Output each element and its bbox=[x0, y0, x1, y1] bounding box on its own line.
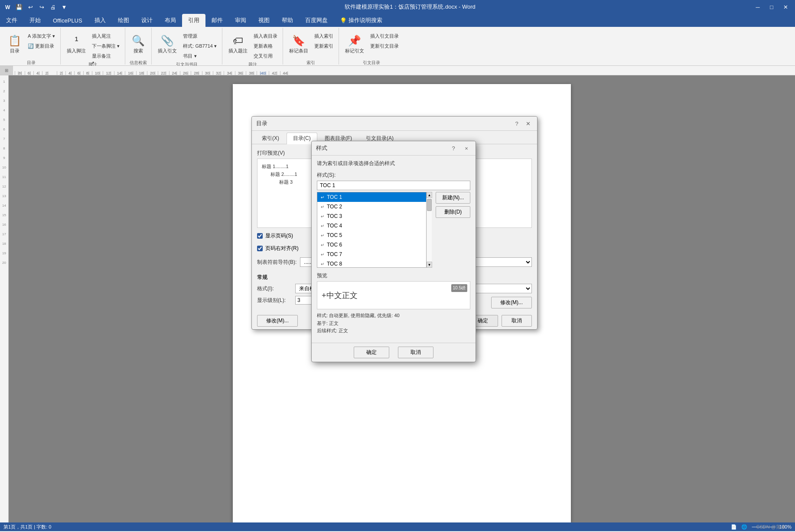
maximize-button[interactable]: □ bbox=[766, 1, 778, 13]
customize-icon[interactable]: ▼ bbox=[60, 3, 68, 11]
close-button[interactable]: ✕ bbox=[779, 1, 792, 13]
svg-text:W: W bbox=[5, 4, 10, 10]
toc-help-button[interactable]: ? bbox=[512, 119, 521, 128]
toc-right-modify-button[interactable]: 修改(M)... bbox=[491, 297, 532, 308]
style-item-toc1[interactable]: ↵ TOC 1 bbox=[317, 192, 432, 202]
group-toa-items: 📌 标记引文 插入引文目录 更新引文目录 bbox=[342, 29, 401, 59]
mark-entry-button[interactable]: 🔖 标记条目 bbox=[287, 29, 311, 59]
next-footnote-button[interactable]: 下一条脚注 ▾ bbox=[90, 41, 121, 51]
style-button[interactable]: 样式: GB7714 ▾ bbox=[181, 41, 218, 51]
style-item-toc6[interactable]: ↵ TOC 6 bbox=[317, 240, 432, 250]
toc-modify-button[interactable]: 修改(M)... bbox=[257, 315, 298, 327]
tab-draw[interactable]: 绘图 bbox=[112, 14, 135, 27]
style-name-input[interactable] bbox=[317, 181, 470, 190]
footnote-expand[interactable]: ↗ bbox=[91, 61, 94, 65]
cross-reference-button[interactable]: 交叉引用 bbox=[252, 51, 279, 61]
style-ok-button[interactable]: 确定 bbox=[354, 347, 389, 358]
group-captions: 🏷 插入题注 插入表目录 更新表格 交叉引用 题注 bbox=[222, 28, 283, 65]
scroll-thumb[interactable] bbox=[427, 199, 432, 211]
redo-icon[interactable]: ↪ bbox=[37, 3, 46, 11]
search-button[interactable]: 🔍 搜索 bbox=[129, 29, 148, 59]
scroll-track bbox=[427, 198, 432, 262]
toc-button[interactable]: 📋 目录 bbox=[5, 29, 24, 59]
view-mode-web[interactable]: 🌐 bbox=[741, 524, 747, 530]
toc5-arrow: ↵ bbox=[321, 233, 324, 238]
update-table-button[interactable]: 更新表格 bbox=[252, 41, 279, 51]
delete-style-button[interactable]: 删除(D) bbox=[436, 206, 470, 218]
view-mode-print[interactable]: 📄 bbox=[731, 524, 737, 530]
tab-index[interactable]: 索引(X) bbox=[255, 133, 286, 144]
add-text-button[interactable]: A 添加文字 ▾ bbox=[26, 31, 57, 41]
group-toa-label: 引文目录 bbox=[363, 59, 380, 66]
tab-review[interactable]: 审阅 bbox=[229, 14, 252, 27]
manage-sources-button[interactable]: 管理源 bbox=[181, 31, 218, 41]
insert-toa-button[interactable]: 插入引文目录 bbox=[368, 31, 401, 41]
update-index-button[interactable]: 更新索引 bbox=[313, 41, 335, 51]
style-item-toc3[interactable]: ↵ TOC 3 bbox=[317, 211, 432, 221]
lightbulb-icon: 💡 bbox=[340, 17, 347, 24]
group-index-label: 索引 bbox=[306, 59, 315, 66]
tab-references[interactable]: 引用 bbox=[182, 14, 205, 27]
style-list-scrollbar[interactable]: ▲ ▼ bbox=[426, 192, 432, 268]
toc8-label: TOC 8 bbox=[327, 261, 342, 267]
update-toa-button[interactable]: 更新引文目录 bbox=[368, 41, 401, 51]
style-item-toc5[interactable]: ↵ TOC 5 bbox=[317, 230, 432, 240]
toc4-arrow: ↵ bbox=[321, 224, 324, 228]
style-list[interactable]: ↵ TOC 1 ↵ TOC 2 ↵ TOC 3 ↵ bbox=[317, 192, 432, 268]
print-icon[interactable]: 🖨 bbox=[49, 3, 57, 11]
toc1-arrow: ↵ bbox=[321, 195, 324, 200]
save-icon[interactable]: 💾 bbox=[15, 3, 23, 11]
style-info-line3: 后续样式: 正文 bbox=[317, 327, 470, 335]
tab-help[interactable]: 帮助 bbox=[276, 14, 299, 27]
minimize-button[interactable]: ─ bbox=[752, 1, 764, 13]
style-close-button[interactable]: × bbox=[462, 144, 471, 152]
tab-file[interactable]: 文件 bbox=[0, 14, 23, 27]
tab-design[interactable]: 设计 bbox=[135, 14, 159, 27]
show-notes-button[interactable]: 显示备注 bbox=[90, 51, 121, 61]
tab-layout[interactable]: 布局 bbox=[159, 14, 182, 27]
insert-citation-button[interactable]: 📎 插入引文 bbox=[155, 29, 179, 59]
tab-search[interactable]: 💡 操作说明搜索 bbox=[334, 14, 388, 27]
style-item-toc7[interactable]: ↵ TOC 7 bbox=[317, 250, 432, 259]
ruler-ticks: |8| 6| 4| 2| 2| 4| 6| 8| 10| 12| 14| 16|… bbox=[13, 71, 291, 75]
toc-close-button[interactable]: ✕ bbox=[523, 119, 533, 128]
style-description: 请为索引或目录项选择合适的样式 bbox=[317, 160, 470, 167]
bibliography-button[interactable]: 书目 ▾ bbox=[181, 51, 218, 61]
style-item-toc2[interactable]: ↵ TOC 2 bbox=[317, 202, 432, 211]
insert-caption-button[interactable]: 🏷 插入题注 bbox=[226, 29, 250, 59]
right-align-pages-checkbox[interactable] bbox=[257, 246, 263, 251]
toc-cancel-button[interactable]: 取消 bbox=[502, 315, 532, 327]
tab-mailings[interactable]: 邮件 bbox=[205, 14, 229, 27]
tab-baidu[interactable]: 百度网盘 bbox=[299, 14, 334, 27]
insert-endnote-button[interactable]: 插入尾注 bbox=[90, 31, 121, 41]
scroll-up-arrow[interactable]: ▲ bbox=[427, 192, 432, 198]
mark-citation-button[interactable]: 📌 标记引文 bbox=[342, 29, 367, 59]
group-captions-items: 🏷 插入题注 插入表目录 更新表格 交叉引用 bbox=[226, 29, 279, 61]
style-cancel-button[interactable]: 取消 bbox=[398, 347, 433, 358]
style-preview-text: +中文正文 bbox=[322, 290, 358, 301]
update-toc-button[interactable]: 🔄 更新目录 bbox=[26, 41, 57, 51]
undo-icon[interactable]: ↩ bbox=[26, 3, 35, 11]
insert-index-button[interactable]: 插入索引 bbox=[313, 31, 335, 41]
style-item-toc8[interactable]: ↵ TOC 8 bbox=[317, 259, 432, 268]
toc-small-group: A 添加文字 ▾ 🔄 更新目录 bbox=[26, 29, 57, 51]
insert-footnote-button[interactable]: ¹ 插入脚注 bbox=[64, 29, 88, 59]
new-style-button[interactable]: 新建(N)... bbox=[436, 192, 470, 204]
style-dialog[interactable]: 样式 ? × 请为索引或目录项选择合适的样式 样式(S): ↵ TOC 1 bbox=[311, 141, 476, 362]
tab-home[interactable]: 开始 bbox=[23, 14, 47, 27]
show-page-numbers-checkbox[interactable] bbox=[257, 233, 263, 239]
word-logo-icon: W bbox=[3, 3, 12, 11]
right-align-pages-label: 页码右对齐(R) bbox=[265, 245, 299, 252]
group-index-items: 🔖 标记条目 插入索引 更新索引 bbox=[287, 29, 335, 59]
tab-view[interactable]: 视图 bbox=[252, 14, 276, 27]
tab-officeplus[interactable]: OfficePLUS bbox=[47, 14, 88, 27]
insert-table-of-figures-button[interactable]: 插入表目录 bbox=[252, 31, 279, 41]
style-help-button[interactable]: ? bbox=[449, 144, 458, 152]
mark-entry-icon: 🔖 bbox=[292, 35, 305, 47]
scroll-down-arrow[interactable]: ▼ bbox=[427, 262, 432, 268]
style-item-toc4[interactable]: ↵ TOC 4 bbox=[317, 221, 432, 230]
tab-leader-label: 制表符前导符(B): bbox=[257, 259, 296, 266]
search-label: 搜索 bbox=[134, 48, 143, 54]
format-label: 格式(I): bbox=[257, 285, 292, 292]
tab-insert[interactable]: 插入 bbox=[88, 14, 112, 27]
